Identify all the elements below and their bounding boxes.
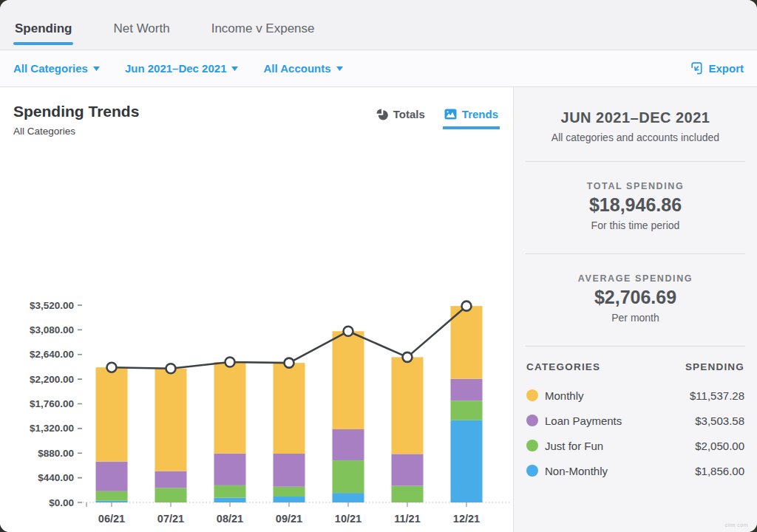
total-spending-point[interactable] <box>403 352 413 362</box>
chart-card-header: Spending Trends All Categories TotalsTre… <box>0 87 513 137</box>
average-spending-value: $2,706.69 <box>526 287 745 308</box>
accounts-filter-dropdown[interactable]: All Accounts <box>263 62 342 75</box>
bar-segment-non-monthly[interactable] <box>274 497 305 502</box>
category-name: Monthly <box>545 389 690 402</box>
spending-trends-chart: $0.00$440.00$880.00$1,320.00$1,760.00$2,… <box>0 278 514 532</box>
period-subtitle: All categories and accounts included <box>526 132 745 143</box>
total-spending-point[interactable] <box>462 301 472 311</box>
average-spending-block: AVERAGE SPENDING $2,706.69 Per month <box>514 254 757 346</box>
category-color-dot <box>526 465 538 477</box>
period-title: JUN 2021–DEC 2021 <box>526 109 745 126</box>
bar-segment-non-monthly[interactable] <box>451 420 483 502</box>
chart-view-toggle: TotalsTrends <box>376 108 498 129</box>
categories-column-header: CATEGORIES <box>526 361 600 372</box>
spending-trends-card: Spending Trends All Categories TotalsTre… <box>0 87 514 532</box>
category-amount: $3,503.58 <box>695 415 744 427</box>
bar-segment-monthly[interactable] <box>155 369 187 471</box>
y-axis-tick-label: $880.00 <box>38 448 74 459</box>
tab-net-worth[interactable]: Net Worth <box>112 21 171 50</box>
bar-segment-non-monthly[interactable] <box>96 501 128 502</box>
toggle-label: Trends <box>462 108 498 120</box>
x-axis-tick-label: 08/21 <box>217 513 243 525</box>
export-file-icon <box>690 62 703 75</box>
category-color-dot <box>526 415 538 426</box>
average-spending-sub: Per month <box>526 312 745 324</box>
category-name: Loan Payments <box>545 415 695 427</box>
x-axis-tick-label: 09/21 <box>276 513 302 525</box>
bar-segment-just-for-fun[interactable] <box>333 460 364 493</box>
categories-filter-dropdown[interactable]: All Categories <box>13 62 100 75</box>
x-axis-tick-label: 10/21 <box>335 513 361 525</box>
toggle-totals[interactable]: Totals <box>376 108 425 129</box>
spending-column-header: SPENDING <box>685 361 744 372</box>
bar-segment-loan-payments[interactable] <box>392 454 424 485</box>
tab-income-v-expense[interactable]: Income v Expense <box>210 21 316 50</box>
category-row-just-for-fun[interactable]: Just for Fun$2,050.00 <box>526 433 744 458</box>
y-axis-tick-label: $1,760.00 <box>30 398 74 409</box>
bar-segment-monthly[interactable] <box>392 357 424 454</box>
x-axis-tick-label: 12/21 <box>453 513 480 525</box>
total-spending-point[interactable] <box>285 358 294 368</box>
bar-segment-monthly[interactable] <box>451 306 483 379</box>
summary-side-panel: JUN 2021–DEC 2021 All categories and acc… <box>514 87 757 532</box>
bar-segment-just-for-fun[interactable] <box>451 400 483 420</box>
total-spending-point[interactable] <box>166 364 176 373</box>
categories-section: CATEGORIES SPENDING Monthly$11,537.28Loa… <box>514 347 757 483</box>
y-axis-tick-label: $440.00 <box>38 472 74 483</box>
bar-segment-just-for-fun[interactable] <box>214 485 246 498</box>
total-spending-block: TOTAL SPENDING $18,946.86 For this time … <box>514 162 757 253</box>
bar-segment-loan-payments[interactable] <box>96 462 128 491</box>
average-spending-label: AVERAGE SPENDING <box>526 273 745 284</box>
bar-segment-just-for-fun[interactable] <box>274 487 305 497</box>
bar-segment-non-monthly[interactable] <box>214 498 246 502</box>
bar-segment-loan-payments[interactable] <box>451 379 483 400</box>
trends-icon <box>444 109 457 120</box>
y-axis-tick-label: $3,520.00 <box>30 300 74 311</box>
y-axis-tick-label: $2,640.00 <box>30 349 74 360</box>
category-color-dot <box>526 389 538 401</box>
toggle-label: Totals <box>393 108 425 120</box>
main-content: Spending Trends All Categories TotalsTre… <box>0 87 757 532</box>
bar-segment-just-for-fun[interactable] <box>96 491 128 501</box>
app-window: SpendingNet WorthIncome v Expense All Ca… <box>0 0 757 532</box>
bar-segment-non-monthly[interactable] <box>333 493 364 502</box>
bar-segment-monthly[interactable] <box>214 362 246 454</box>
tab-spending[interactable]: Spending <box>13 21 73 50</box>
bar-segment-loan-payments[interactable] <box>155 471 187 488</box>
chevron-down-icon <box>231 66 238 71</box>
chevron-down-icon <box>336 66 343 71</box>
watermark: ciim com <box>724 522 748 528</box>
toggle-trends[interactable]: Trends <box>444 108 498 129</box>
date-range-filter-dropdown[interactable]: Jun 2021–Dec 2021 <box>125 62 239 75</box>
category-color-dot <box>526 440 538 451</box>
y-axis-tick-label: $2,200.00 <box>30 374 74 385</box>
total-spending-point[interactable] <box>107 363 117 372</box>
export-button[interactable]: Export <box>690 62 744 75</box>
accounts-filter-label: All Accounts <box>263 62 330 75</box>
bar-segment-loan-payments[interactable] <box>214 454 246 485</box>
bar-segment-loan-payments[interactable] <box>333 429 364 460</box>
x-axis-tick-label: 07/21 <box>157 513 184 525</box>
total-spending-sub: For this time period <box>526 219 745 231</box>
bar-segment-monthly[interactable] <box>96 367 128 461</box>
export-label: Export <box>708 62 744 75</box>
date-range-filter-label: Jun 2021–Dec 2021 <box>125 62 227 75</box>
y-axis-tick-label: $1,320.00 <box>30 423 74 434</box>
category-row-loan-payments[interactable]: Loan Payments$3,503.58 <box>526 408 744 433</box>
category-row-monthly[interactable]: Monthly$11,537.28 <box>526 383 744 408</box>
bar-segment-monthly[interactable] <box>333 331 364 429</box>
chart-title: Spending Trends <box>13 102 139 120</box>
bar-segment-monthly[interactable] <box>274 363 305 454</box>
chevron-down-icon <box>93 66 100 71</box>
bar-segment-just-for-fun[interactable] <box>155 488 187 502</box>
category-row-non-monthly[interactable]: Non-Monthly$1,856.00 <box>526 458 744 483</box>
total-spending-point[interactable] <box>225 357 235 366</box>
total-spending-point[interactable] <box>344 327 353 336</box>
bar-segment-loan-payments[interactable] <box>274 454 305 487</box>
categories-filter-label: All Categories <box>13 62 88 75</box>
pie-icon <box>376 109 388 120</box>
top-tab-bar: SpendingNet WorthIncome v Expense <box>0 0 757 50</box>
bar-segment-just-for-fun[interactable] <box>392 486 424 502</box>
x-axis-tick-label: 11/21 <box>394 513 421 525</box>
category-name: Just for Fun <box>545 440 695 452</box>
